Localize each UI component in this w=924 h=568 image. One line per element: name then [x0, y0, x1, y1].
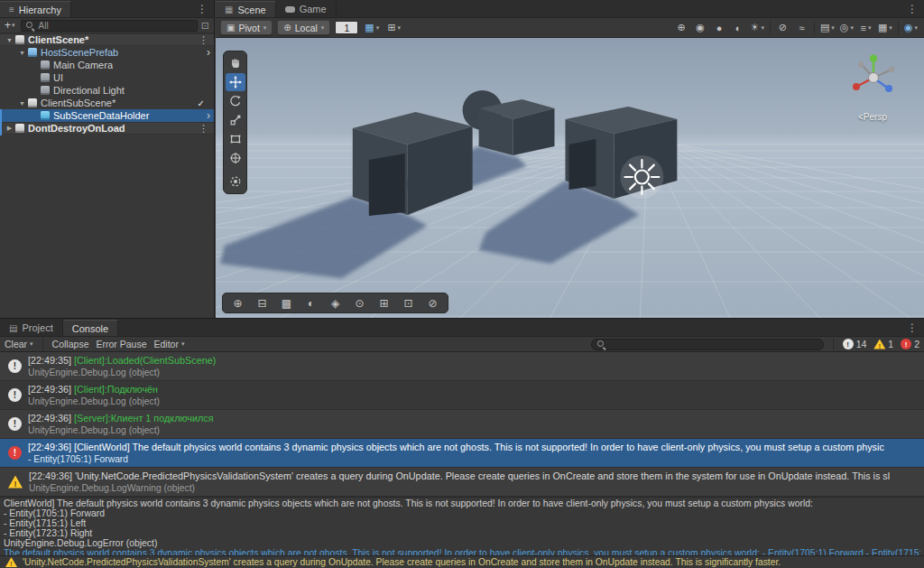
move-overlay-icon[interactable]: ⊕	[226, 294, 249, 312]
hierarchy-item-clientsubscene-[interactable]: ▼ClientSubScene*✓	[0, 97, 214, 109]
search-overlay-icon[interactable]: ⊙	[348, 294, 371, 312]
console-detail-pane[interactable]: ClientWorld] The default physics world c…	[0, 497, 924, 556]
grid-settings-icon[interactable]: ▦▾	[876, 20, 894, 35]
status-bar[interactable]: ! 'Unity.NetCode.PredictedPhysicsValidat…	[0, 555, 924, 568]
hierarchy-item-label: Directional Light	[53, 85, 125, 96]
console-entry[interactable]: ![22:49:35] [Client]:Loaded(ClientSubSce…	[0, 352, 924, 381]
console-entry[interactable]: ![22:49:36] [Client]:ПодключёнUnityEngin…	[0, 381, 924, 410]
directional-light-gizmo[interactable]	[620, 155, 663, 199]
tab-console[interactable]: Console	[63, 320, 118, 336]
tab-hierarchy[interactable]: ≡ Hierarchy	[0, 1, 71, 17]
log-stacktrace: - Entity(1705:1) Forward	[28, 453, 884, 465]
move-tool-button[interactable]	[226, 73, 245, 91]
expand-open-icon[interactable]: ▼	[16, 100, 28, 107]
scene-panel: ▦ Scene Game ⋮ ▣ Pivot ▾ ⊕ Local ▾ 1 ▦	[216, 0, 924, 318]
collapse-toggle[interactable]: Collapse	[52, 339, 89, 349]
scale-tool-button[interactable]	[226, 111, 245, 129]
scene-bottom-overlay: ⊕⊟▩◐◈⊙⊞⊡⊘	[222, 293, 448, 313]
camera-settings-icon[interactable]: ◎▾	[838, 20, 855, 35]
skybox-toggle-icon[interactable]: ◉	[692, 20, 709, 35]
hierarchy-menu-icon[interactable]: ⋮	[194, 3, 210, 15]
info-count-toggle[interactable]: ! 14	[843, 339, 867, 349]
editor-dropdown[interactable]: Editor ▾	[154, 339, 185, 349]
console-entry[interactable]: ![22:49:36] [ClientWorld] The default ph…	[0, 439, 924, 468]
layers-overlay-icon[interactable]: ◈	[324, 294, 346, 312]
orientation-gizmo[interactable]	[842, 47, 905, 110]
console-entry[interactable]: ![22:49:36] [Server]:Клиент 1 подключилс…	[0, 410, 924, 439]
hierarchy-search-value: All	[39, 21, 49, 31]
console-search-input[interactable]	[591, 339, 824, 350]
hierarchy-search-input[interactable]: All	[21, 20, 198, 32]
expand-open-icon[interactable]: ▼	[4, 37, 15, 43]
snap-icon: ⊞	[387, 22, 395, 33]
console-entry[interactable]: ![22:49:36] 'Unity.NetCode.PredictedPhys…	[0, 468, 924, 497]
prefab-icon	[28, 48, 37, 57]
gizmos-dropdown-icon[interactable]: ◉▾	[902, 20, 919, 35]
error-pause-label: Error Pause	[96, 339, 146, 349]
error-count-toggle[interactable]: ! 2	[901, 339, 919, 349]
warning-count-toggle[interactable]: ! 1	[873, 339, 893, 349]
transform-overlay-icon[interactable]: ⊞	[373, 294, 395, 312]
rect-tool-button[interactable]	[226, 130, 245, 148]
log-timestamp: [22:49:36]	[28, 442, 74, 452]
hierarchy-item-hostsceneprefab[interactable]: ▼HostScenePrefab›	[0, 46, 214, 59]
skybox-toggle-icon: ◉	[696, 22, 705, 33]
clear-label: Clear	[5, 339, 27, 349]
scene-viewport[interactable]: <Persp	[216, 38, 924, 318]
grid-visual-dropdown[interactable]: ▦ ▾	[363, 20, 381, 35]
tab-game[interactable]: Game	[276, 1, 337, 17]
hierarchy-item-clientscene-[interactable]: ▼ClientScene*⋮	[0, 33, 214, 46]
lighting-toggle-icon[interactable]: ◐	[730, 20, 747, 35]
view-tool-button[interactable]	[226, 54, 245, 72]
camera-overlay-icon[interactable]: ⊡	[397, 294, 420, 312]
hierarchy-item-directional-light[interactable]: Directional Light	[0, 84, 214, 97]
hierarchy-item-main-camera[interactable]: Main Camera	[0, 59, 214, 71]
transform-tool-button[interactable]	[226, 149, 245, 167]
hierarchy-item-dontdestroyonload[interactable]: ▶DontDestroyOnLoad⋮	[0, 122, 214, 135]
rotate-tool-button[interactable]	[226, 92, 245, 110]
search-picker-icon[interactable]: ⊡	[201, 20, 211, 32]
scene-visibility-icon[interactable]: ▤▾	[818, 20, 836, 35]
create-object-button[interactable]: + ▾	[3, 19, 17, 32]
light-settings-icon[interactable]: ☀▾	[749, 20, 766, 35]
handle-orientation-dropdown[interactable]: ⊕ Local ▾	[277, 20, 330, 35]
chevron-down-icon: ▾	[30, 340, 33, 348]
hierarchy-item-subscenedataholder[interactable]: SubSceneDataHolder›	[0, 109, 214, 122]
item-options-icon[interactable]: ⋮	[199, 123, 208, 135]
audio-toggle-icon[interactable]: ⊘	[774, 20, 791, 35]
console-menu-icon[interactable]: ⋮	[904, 321, 920, 334]
tab-scene[interactable]: ▦ Scene	[216, 1, 276, 17]
render-passes-icon[interactable]: ⊕	[673, 20, 690, 35]
item-options-icon[interactable]: ⋮	[199, 34, 208, 46]
perspective-label[interactable]: <Persp	[836, 112, 909, 122]
detail-line: - Entity(1723:1) Right	[4, 528, 920, 538]
chevron-down-icon: ▾	[914, 24, 918, 32]
move-icon	[229, 76, 242, 88]
display-overlay-icon[interactable]: ⊟	[251, 294, 273, 312]
fog-toggle-icon[interactable]: ●	[711, 20, 728, 35]
grid-size-input[interactable]: 1	[335, 21, 358, 34]
detail-line: - Entity(1705:1) Forward	[4, 508, 920, 518]
pivot-dropdown[interactable]: ▣ Pivot ▾	[220, 20, 273, 35]
subscene-loaded-checkbox[interactable]: ✓	[198, 98, 205, 108]
clear-button[interactable]: Clear ▾	[5, 339, 33, 349]
tab-project[interactable]: ▤ Project	[0, 320, 63, 336]
expand-open-icon[interactable]: ▼	[16, 50, 28, 56]
console-log-list: ![22:49:35] [Client]:Loaded(ClientSubSce…	[0, 352, 924, 497]
scene-visibility-icon: ▤	[820, 22, 829, 33]
texture-overlay-icon[interactable]: ▩	[275, 294, 298, 312]
hierarchy-item-ui[interactable]: UI	[0, 71, 214, 84]
chevron-down-icon: ▾	[889, 24, 892, 32]
compass-overlay-icon[interactable]: ⊘	[421, 294, 444, 312]
scene-menu-icon[interactable]: ⋮	[904, 3, 920, 15]
expand-closed-icon[interactable]: ▶	[4, 125, 15, 132]
sphere-overlay-icon[interactable]: ◐	[300, 294, 322, 312]
error-pause-toggle[interactable]: Error Pause	[96, 339, 146, 349]
effects-toggle-icon[interactable]: ≈	[793, 20, 810, 35]
snap-settings-dropdown[interactable]: ⊞ ▾	[385, 20, 402, 35]
prefab-open-icon[interactable]: ›	[207, 46, 210, 59]
prefab-open-icon[interactable]: ›	[207, 109, 210, 122]
component-filter-icon[interactable]: ≡▾	[857, 20, 874, 35]
custom-tool-button[interactable]	[226, 172, 245, 191]
gameobject-icon	[41, 61, 50, 70]
